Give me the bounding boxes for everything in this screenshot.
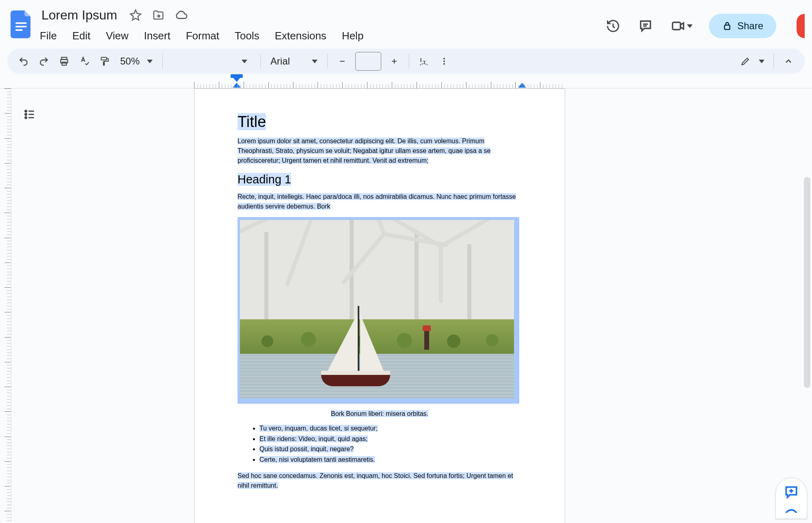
doc-paragraph[interactable]: Sed hoc sane concedamus. Zenonis est, in… — [238, 472, 513, 489]
meet-dropdown-icon[interactable] — [687, 24, 693, 28]
doc-paragraph[interactable]: Lorem ipsum dolor sit amet, consectetur … — [238, 138, 490, 164]
doc-heading-1[interactable]: Heading 1 — [238, 173, 291, 186]
app-header: Lorem Ipsum File Edit View Insert Format… — [0, 0, 812, 49]
menu-extensions[interactable]: Extensions — [274, 27, 327, 45]
svg-point-27 — [786, 510, 797, 513]
doc-image-caption[interactable]: Bork Bonum liberi: misera orbitas. — [331, 410, 428, 417]
svg-rect-10 — [101, 57, 106, 60]
svg-point-19 — [25, 110, 27, 112]
toolbar-separator — [327, 54, 328, 69]
svg-point-21 — [25, 117, 27, 118]
chevron-down-icon — [312, 60, 317, 63]
font-size-input[interactable] — [355, 52, 381, 71]
redo-button[interactable] — [35, 52, 53, 70]
menu-bar: File Edit View Insert Format Tools Exten… — [39, 26, 605, 45]
zoom-select[interactable]: 50% — [116, 56, 157, 67]
svg-point-16 — [443, 58, 445, 60]
collapse-toolbar-button[interactable] — [780, 52, 797, 70]
more-tools-button[interactable] — [435, 52, 453, 70]
vertical-scrollbar[interactable] — [804, 177, 810, 388]
toolbar-separator — [260, 54, 261, 69]
toolbar-separator — [409, 54, 409, 69]
decrease-font-size-button[interactable] — [333, 52, 351, 70]
doc-image[interactable] — [238, 217, 519, 404]
svg-rect-0 — [15, 22, 26, 24]
doc-title-text[interactable]: Title — [238, 113, 266, 130]
comments-icon[interactable] — [637, 18, 654, 34]
svg-point-17 — [443, 60, 445, 62]
meet-icon[interactable] — [670, 18, 686, 34]
undo-button[interactable] — [15, 52, 32, 70]
font-family-value: Arial — [270, 56, 290, 67]
share-button-label: Share — [737, 20, 763, 32]
menu-format[interactable]: Format — [185, 27, 220, 45]
list-item[interactable]: Tu vero, inquam, ducas licet, si sequetu… — [259, 425, 378, 432]
svg-rect-5 — [672, 22, 680, 30]
account-avatar[interactable] — [797, 14, 805, 38]
increase-font-size-button[interactable] — [385, 52, 403, 70]
toolbar: 50% Arial IT — [7, 49, 805, 74]
cloud-status-icon[interactable] — [174, 8, 188, 22]
paint-format-button[interactable] — [96, 52, 114, 70]
zoom-value: 50% — [120, 56, 140, 67]
menu-tools[interactable]: Tools — [234, 27, 260, 45]
share-button[interactable]: Share — [709, 14, 776, 38]
toolbar-separator — [162, 54, 163, 69]
list-item[interactable]: Quis istud possit, inquit, negare? — [259, 446, 354, 452]
svg-rect-1 — [15, 26, 26, 28]
move-icon[interactable] — [151, 8, 165, 22]
menu-view[interactable]: View — [105, 27, 130, 45]
document-page[interactable]: Title Lorem ipsum dolor sit amet, consec… — [194, 88, 565, 523]
svg-point-18 — [443, 63, 445, 65]
svg-text:I: I — [420, 57, 422, 63]
paragraph-style-select[interactable] — [168, 60, 255, 63]
spellcheck-button[interactable] — [76, 52, 93, 70]
add-comment-button[interactable] — [783, 484, 800, 501]
svg-point-20 — [25, 114, 27, 115]
svg-rect-2 — [15, 29, 22, 31]
star-icon[interactable] — [129, 8, 143, 22]
doc-bullet-list[interactable]: Tu vero, inquam, ducas licet, si sequetu… — [259, 423, 522, 465]
doc-title-input[interactable]: Lorem Ipsum — [39, 7, 120, 24]
vertical-ruler[interactable] — [0, 88, 11, 523]
doc-paragraph[interactable]: Recte, inquit, intellegis. Haec para/doc… — [238, 193, 516, 210]
toolbar-separator — [773, 54, 774, 69]
chevron-down-icon — [147, 60, 153, 63]
floating-comment-toolbar — [775, 478, 807, 519]
font-family-select[interactable]: Arial — [266, 56, 322, 67]
chevron-down-icon — [759, 60, 764, 63]
horizontal-ruler[interactable] — [0, 77, 812, 88]
document-canvas[interactable]: Title Lorem ipsum dolor sit amet, consec… — [48, 88, 812, 523]
menu-help[interactable]: Help — [341, 27, 364, 45]
menu-insert[interactable]: Insert — [143, 27, 171, 45]
print-button[interactable] — [55, 52, 73, 70]
list-item[interactable]: Certe, nisi voluptatem tanti aestimareti… — [259, 456, 375, 463]
svg-rect-6 — [724, 25, 730, 30]
docs-logo[interactable] — [7, 4, 36, 39]
menu-file[interactable]: File — [39, 27, 58, 45]
show-outline-button[interactable] — [22, 106, 38, 123]
chevron-down-icon — [242, 60, 247, 63]
editing-mode-button[interactable] — [737, 56, 768, 67]
add-emoji-button[interactable] — [783, 508, 800, 513]
menu-edit[interactable]: Edit — [71, 27, 91, 45]
history-icon[interactable] — [605, 18, 621, 34]
list-item[interactable]: Et ille ridens: Video, inquit, quid agas… — [259, 435, 368, 442]
insert-link-button[interactable]: IT — [415, 52, 433, 70]
